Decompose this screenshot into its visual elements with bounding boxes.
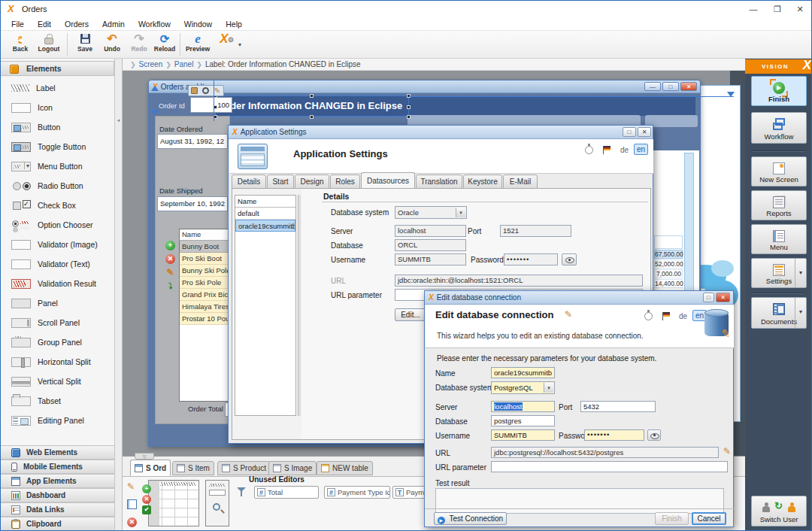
- server-field[interactable]: localhost: [491, 401, 555, 412]
- widget-delete-icon[interactable]: ✕: [142, 495, 151, 504]
- tab-keystore[interactable]: Keystore: [463, 174, 502, 189]
- palette-item-horizontal-split[interactable]: Horizontal Split: [1, 352, 115, 372]
- menu-help[interactable]: Help: [219, 18, 249, 30]
- palette-group-app-elements[interactable]: App Elements: [1, 474, 115, 488]
- tab-start[interactable]: Start: [267, 174, 294, 189]
- palette-header-elements[interactable]: Elements: [1, 61, 114, 76]
- app-settings-maximize-button[interactable]: □: [623, 127, 636, 137]
- palette-item-panel[interactable]: Panel: [1, 293, 115, 313]
- menu-button[interactable]: Menu: [751, 224, 807, 254]
- save-button[interactable]: Save: [71, 32, 98, 57]
- new-screen-button[interactable]: New Screen: [751, 156, 807, 187]
- port-field[interactable]: 1521: [500, 225, 571, 237]
- selection-handle[interactable]: [407, 115, 411, 119]
- palette-item-scroll-panel[interactable]: Scroll Panel: [1, 313, 115, 332]
- flag-icon[interactable]: [603, 146, 611, 154]
- order-id-input[interactable]: 100: [190, 97, 232, 113]
- db-system-select[interactable]: Oracle ▾: [395, 206, 467, 219]
- splitter-handle[interactable]: [298, 195, 301, 416]
- dock-tab-s-image[interactable]: S Image: [268, 461, 317, 475]
- tab-e-mail[interactable]: E-Mail: [503, 174, 538, 189]
- breadcrumb-link-panel[interactable]: Panel: [174, 60, 194, 68]
- chevron-down-icon[interactable]: ▾: [795, 298, 806, 328]
- palette-item-tabset[interactable]: Tabset: [1, 391, 115, 411]
- menu-admin[interactable]: Admin: [95, 18, 132, 30]
- menu-edit[interactable]: Edit: [31, 18, 58, 30]
- orders-close-button[interactable]: ✕: [680, 82, 697, 91]
- app-settings-titlebar[interactable]: X Application Settings: [229, 126, 653, 139]
- dock-tab-s-ord[interactable]: S Ord: [130, 460, 171, 476]
- selected-heading-label[interactable]: Order Information CHANGED in Eclipse: [216, 96, 408, 116]
- tab-details[interactable]: Details: [232, 174, 266, 189]
- visionx-menu-button[interactable]: X: [213, 32, 235, 57]
- url-parameter-field[interactable]: [491, 461, 728, 472]
- date-ordered-input[interactable]: August 31, 1992, 12: [157, 134, 228, 149]
- dock-tab-s-product[interactable]: S Product: [217, 461, 271, 475]
- chevron-down-icon[interactable]: ▾: [795, 259, 806, 287]
- palette-item-validator-image-[interactable]: Validator (Image): [1, 235, 115, 254]
- back-button[interactable]: ◀ Back: [7, 32, 34, 57]
- language-de[interactable]: de: [679, 312, 687, 320]
- editor-chip-total[interactable]: #Total: [254, 486, 319, 499]
- minimize-button[interactable]: —: [742, 1, 765, 17]
- widget-tag-icon[interactable]: ✔: [142, 505, 151, 514]
- workflow-button[interactable]: Workflow: [751, 112, 807, 144]
- datasource-row[interactable]: oracle19csummitb: [235, 220, 295, 232]
- orders-window-titlebar[interactable]: X Orders and Items: [149, 80, 700, 93]
- stopwatch-icon[interactable]: [644, 312, 653, 320]
- flag-icon[interactable]: [662, 312, 671, 320]
- box-icon[interactable]: [191, 87, 198, 94]
- editor-chip-payment-type-id[interactable]: #Payment Type Id▾: [324, 486, 390, 499]
- tab-translation[interactable]: Translation: [416, 174, 462, 189]
- delete-row-icon[interactable]: ✕: [165, 254, 175, 264]
- settings-button[interactable]: Settings▾: [751, 258, 807, 288]
- edit-url-pencil-icon[interactable]: ✎: [723, 446, 731, 457]
- undo-button[interactable]: ↶ Undo: [98, 32, 126, 57]
- dock-tab-s-item[interactable]: S Item: [172, 461, 214, 475]
- selection-handle[interactable]: [407, 105, 411, 109]
- password-field[interactable]: •••••••: [584, 429, 644, 441]
- palette-item-icon[interactable]: Icon: [1, 98, 115, 117]
- dock-notebook-icon[interactable]: [127, 499, 137, 509]
- edit-db-close-button[interactable]: ✕: [716, 293, 730, 302]
- orders-minimize-button[interactable]: —: [644, 82, 661, 91]
- server-field[interactable]: localhost: [395, 225, 466, 237]
- palette-group-clipboard[interactable]: Clipboard: [1, 517, 115, 531]
- reload-button[interactable]: ⟳ Reload: [151, 32, 178, 57]
- pencil-icon[interactable]: ✎: [214, 87, 221, 94]
- palette-item-label[interactable]: Label: [1, 78, 115, 98]
- url-field[interactable]: jdbc:postgresql://localhost:5432/postgre…: [491, 447, 719, 458]
- detail-preview-widget[interactable]: [205, 480, 229, 526]
- palette-item-validation-result[interactable]: Validation Result: [1, 274, 115, 293]
- password-field[interactable]: •••••••: [504, 253, 558, 266]
- widget-add-icon[interactable]: +: [142, 484, 151, 493]
- palette-collapse-gutter[interactable]: ◂: [115, 59, 123, 531]
- reports-button[interactable]: Reports: [751, 190, 807, 220]
- show-password-eye-icon[interactable]: [647, 429, 661, 441]
- username-field[interactable]: SUMMITB: [491, 429, 555, 441]
- palette-item-editing-panel[interactable]: Editing Panel: [1, 411, 115, 430]
- palette-item-check-box[interactable]: Check Box: [1, 196, 115, 215]
- palette-item-radio-button[interactable]: Radio Button: [1, 176, 115, 196]
- breadcrumb-link-screen[interactable]: Screen: [139, 60, 163, 68]
- dock-delete-icon[interactable]: ✕: [127, 517, 137, 527]
- stopwatch-icon[interactable]: [585, 146, 593, 154]
- preview-button[interactable]: e Preview: [184, 32, 211, 57]
- language-de[interactable]: de: [620, 146, 629, 154]
- filter-funnel-icon[interactable]: [237, 487, 246, 492]
- add-row-icon[interactable]: +: [165, 241, 175, 250]
- date-shipped-input[interactable]: September 10, 1992: [157, 196, 228, 211]
- menu-window[interactable]: Window: [177, 18, 219, 30]
- tab-design[interactable]: Design: [295, 174, 329, 189]
- test-result-textarea[interactable]: [435, 488, 724, 514]
- database-field[interactable]: ORCL: [395, 239, 466, 251]
- language-en[interactable]: en: [634, 144, 648, 155]
- tab-roles[interactable]: Roles: [330, 174, 360, 189]
- palette-item-vertical-split[interactable]: Vertical Split: [1, 372, 115, 391]
- palette-item-button[interactable]: Button: [1, 117, 115, 137]
- name-field[interactable]: oracle19csummitb: [491, 367, 555, 378]
- table-preview-widget[interactable]: [148, 480, 199, 526]
- palette-item-option-chooser[interactable]: Option Chooser: [1, 215, 115, 235]
- port-field[interactable]: 5432: [580, 401, 656, 412]
- palette-item-validator-text-[interactable]: Validator (Text): [1, 254, 115, 274]
